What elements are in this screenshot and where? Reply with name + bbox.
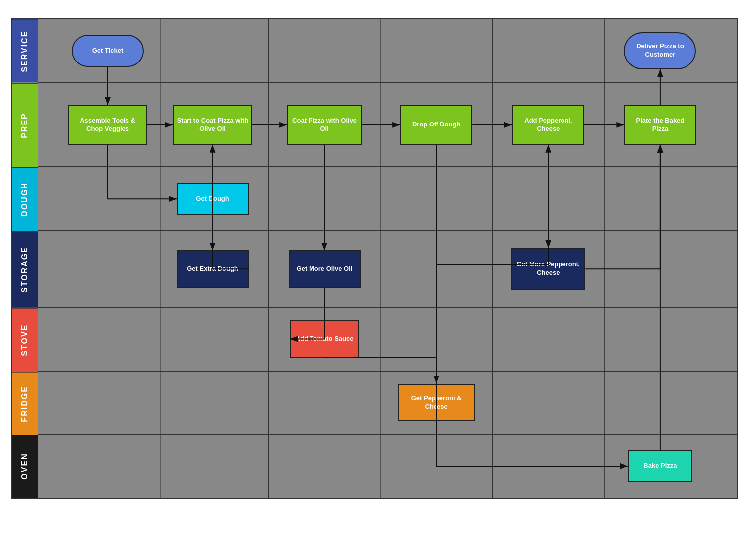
lane-label-fridge: FRIDGE — [12, 372, 38, 436]
page: SERVICE PREP DOUGH STORAGE STOVE FRIDGE … — [0, 0, 749, 560]
lane-prep — [38, 83, 737, 168]
diagram: SERVICE PREP DOUGH STORAGE STOVE FRIDGE … — [11, 18, 738, 499]
lanes-content: Get TicketAssemble Tools & Chop VeggiesS… — [38, 19, 737, 498]
lane-labels: SERVICE PREP DOUGH STORAGE STOVE FRIDGE … — [12, 19, 38, 498]
lane-label-dough: DOUGH — [12, 167, 38, 231]
lane-service — [38, 19, 737, 83]
lane-label-prep: PREP — [12, 83, 38, 168]
lane-label-storage: STORAGE — [12, 231, 38, 308]
lane-stove — [38, 308, 737, 372]
lane-storage — [38, 231, 737, 308]
lane-label-stove: STOVE — [12, 308, 38, 372]
header — [11, 9, 738, 13]
lane-oven — [38, 435, 737, 498]
lane-label-service: SERVICE — [12, 19, 38, 83]
lane-dough — [38, 167, 737, 231]
lane-fridge — [38, 372, 737, 436]
lane-label-oven: OVEN — [12, 435, 38, 498]
